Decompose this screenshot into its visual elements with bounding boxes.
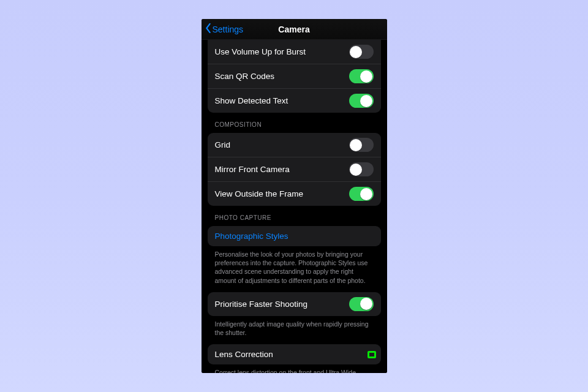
- row-label: Scan QR Codes: [215, 72, 275, 81]
- row-label: View Outside the Frame: [215, 189, 304, 198]
- row-label: Show Detected Text: [215, 96, 288, 105]
- row-scan-qr[interactable]: Scan QR Codes: [208, 64, 381, 88]
- footer-photographic-styles: Personalise the look of your photos by b…: [215, 250, 374, 285]
- footer-lens: Correct lens distortion on the front and…: [215, 368, 374, 373]
- toggle-prioritise[interactable]: [349, 297, 374, 311]
- row-label: Use Volume Up for Burst: [215, 47, 306, 56]
- row-lens-correction[interactable]: Lens Correction: [208, 344, 381, 364]
- row-view-outside[interactable]: View Outside the Frame: [208, 181, 381, 206]
- row-label: Prioritise Faster Shooting: [215, 300, 308, 309]
- group-photographic-styles: Photographic Styles: [208, 226, 381, 246]
- row-detected-text[interactable]: Show Detected Text: [208, 88, 381, 113]
- phone-frame: Settings Camera Use Volume Up for Burst …: [202, 19, 387, 373]
- toggle-grid[interactable]: [349, 138, 374, 152]
- group-prioritise: Prioritise Faster Shooting: [208, 292, 381, 316]
- group-lens: Lens Correction: [208, 344, 381, 364]
- row-photographic-styles[interactable]: Photographic Styles: [208, 226, 381, 246]
- row-grid[interactable]: Grid: [208, 133, 381, 157]
- row-label: Lens Correction: [215, 350, 273, 359]
- settings-scroll[interactable]: Use Volume Up for Burst Scan QR Codes Sh…: [202, 40, 387, 373]
- toggle-mirror-front[interactable]: [349, 162, 374, 176]
- row-label: Mirror Front Camera: [215, 165, 290, 174]
- toggle-view-outside[interactable]: [349, 187, 374, 201]
- row-volume-burst[interactable]: Use Volume Up for Burst: [208, 40, 381, 64]
- tutorial-highlight: [368, 351, 376, 358]
- chevron-left-icon: [205, 23, 211, 35]
- toggle-volume-burst[interactable]: [349, 45, 374, 59]
- section-header-photo-capture: PHOTO CAPTURE: [215, 214, 374, 221]
- back-button[interactable]: Settings: [205, 19, 244, 39]
- nav-bar: Settings Camera: [202, 19, 387, 40]
- row-mirror-front[interactable]: Mirror Front Camera: [208, 157, 381, 181]
- nav-title: Camera: [278, 24, 309, 34]
- toggle-scan-qr[interactable]: [349, 69, 374, 83]
- row-prioritise[interactable]: Prioritise Faster Shooting: [208, 292, 381, 316]
- back-label: Settings: [213, 24, 244, 34]
- group-composition: Grid Mirror Front Camera View Outside th…: [208, 133, 381, 206]
- section-header-composition: COMPOSITION: [215, 121, 374, 128]
- footer-prioritise: Intelligently adapt image quality when r…: [215, 320, 374, 337]
- group-top: Use Volume Up for Burst Scan QR Codes Sh…: [208, 40, 381, 113]
- row-label: Photographic Styles: [215, 232, 288, 241]
- row-label: Grid: [215, 140, 231, 149]
- toggle-detected-text[interactable]: [349, 94, 374, 108]
